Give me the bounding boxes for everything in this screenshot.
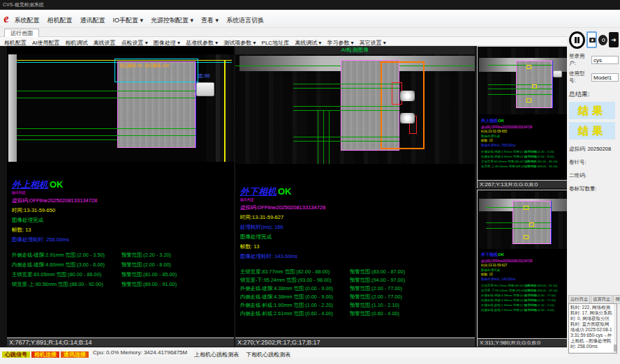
- camera-capture-button[interactable]: [586, 31, 597, 48]
- status-links: 上相机心跳检测表下相机心跳检测表: [187, 347, 290, 359]
- toolbar-item[interactable]: 基准线参数 ▾: [186, 40, 218, 46]
- done-line: 图像处理完成: [12, 217, 232, 224]
- thumbnail-panel-bottom: 外下相机OK 虚拟码:OFFline20250208133134728 时间:1…: [477, 190, 567, 347]
- elapsed-line: 图像处理耗时: 143.00ms: [240, 253, 473, 260]
- camera-panel-outer-upper: 固定阈值:93, 动态阈值:100 图:66 外上相机OK 输出判定 虚拟码:O…: [7, 46, 234, 347]
- measurement-row: 主锁宽度:83.05mm 范围:(80.00 - 86.00)预警范围:(81.…: [481, 160, 566, 165]
- status-badge: 心跳信号: [2, 351, 30, 358]
- toolbar-item[interactable]: 其它设置 ▾: [360, 40, 386, 46]
- measure-line: [486, 222, 551, 223]
- sidebar-field: 卷标写数量:: [569, 185, 619, 192]
- app-logo-icon: e: [3, 11, 10, 26]
- camera-lens-icon: [591, 39, 593, 41]
- measure-warn-range: 预警范围:(83.00 - 87.00): [524, 284, 566, 289]
- toolbar-item[interactable]: 图像处理 ▾: [154, 40, 180, 46]
- toolbar-item[interactable]: 相机配置: [4, 40, 27, 46]
- measurement-list: 主锁宽度:83.77mm 范围:(82.00 - 88.00)预警范围:(83.…: [481, 284, 566, 313]
- measure-warn-range: 预警范围:(83.00 - 87.00): [350, 268, 473, 277]
- measure-line: [195, 61, 196, 148]
- toolbar-item[interactable]: 点检设置 ▾: [121, 40, 148, 46]
- marker-box: [524, 206, 529, 210]
- pixel-coordinate-bar: X:267;Y:13;R:0;G:0;B:0: [478, 180, 567, 188]
- field-label: 二维码:: [569, 172, 586, 179]
- menu-item[interactable]: 通讯配置: [80, 17, 105, 24]
- status-badge: 相机连接: [31, 351, 59, 358]
- status-badges: 心跳信号相机连接通讯连接: [2, 347, 90, 359]
- time-line: 时间:13-31-59-627: [240, 214, 473, 221]
- measurement-row: 内侧走线-缝隙:4.60mm 范围:(3.00 - 6.00)预警范围:(2.0…: [12, 261, 232, 271]
- field-label: 卷标写数量:: [569, 185, 597, 192]
- measure-line: [488, 84, 552, 85]
- model-row: 使用型号: Model1: [569, 70, 619, 84]
- menu-item[interactable]: 光源控制配置 ▾: [151, 17, 193, 24]
- measure-line: [552, 61, 553, 108]
- menu-item[interactable]: 系统配置: [15, 17, 40, 24]
- menu-bar: e 系统配置相机配置通讯配置IO手配置 ▾光源控制配置 ▾查看 ▾系统语言切换: [0, 10, 620, 28]
- measure-line: [318, 110, 318, 164]
- menu-items: 系统配置相机配置通讯配置IO手配置 ▾光源控制配置 ▾查看 ▾系统语言切换: [15, 13, 272, 25]
- measure-line: [17, 98, 195, 98]
- highlight-blob: [400, 91, 415, 101]
- frame-line: 帧数: 13: [481, 139, 566, 142]
- camera-image-outer-lower[interactable]: [235, 54, 475, 164]
- heartbeat-check-link[interactable]: 上相机心跳检测表: [194, 351, 239, 358]
- background-stripes: [206, 54, 234, 162]
- camera-round-button[interactable]: [598, 35, 607, 45]
- done-line: 图像处理完成: [481, 135, 566, 138]
- measure-value: 外侧走线-缝隙:4.38mm 范围:(0.00 - 9.00): [240, 285, 350, 294]
- camera-image-outer-upper[interactable]: 固定阈值:93, 动态阈值:100 图:66: [7, 54, 234, 162]
- measure-warn-range: 预警范围:(81.00 - 85.00): [121, 271, 232, 281]
- thumbnail-text-bottom: 外下相机OK 虚拟码:OFFline20250208133134728 时间:1…: [481, 252, 566, 313]
- camera-result: OK: [50, 179, 64, 190]
- measure-value: 外侧走线-斜线:1.90mm 范围:(1.00 - 2.20): [240, 302, 350, 310]
- menu-item[interactable]: 相机配置: [47, 17, 73, 24]
- camera-result-title: 外上相机OK: [481, 118, 566, 124]
- pixel-coordinate-bar: X:311;Y:980;R:0;G:0;B:0: [478, 338, 567, 347]
- field-label: 卷针号:: [569, 159, 586, 165]
- measure-warn-range: 预警范围:(94.00 - 97.00): [350, 277, 473, 285]
- toolbar-item[interactable]: AI使用配置: [32, 40, 60, 46]
- pause-button[interactable]: [569, 31, 585, 49]
- field-value: 20250208: [588, 146, 611, 152]
- exit-arrow-icon: ➜: [611, 36, 617, 43]
- marker-box: [524, 235, 529, 239]
- menu-item[interactable]: 查看 ▾: [201, 17, 219, 24]
- toolbar-item[interactable]: 离线设置: [94, 40, 116, 46]
- login-user-label: 登录用户:: [569, 53, 591, 67]
- measure-line: [329, 110, 330, 164]
- heartbeat-check-link[interactable]: 下相机心跳检测表: [246, 351, 290, 358]
- thumbnail-image-top[interactable]: [478, 48, 567, 114]
- measure-value: 内侧走线-缝隙:4.60mm 范围:(3.00 - 6.00): [12, 261, 121, 271]
- thumbnail-image-bottom[interactable]: [478, 192, 567, 249]
- model-input[interactable]: Model1: [591, 73, 619, 82]
- measure-value: 外侧走线-缝隙:2.91mm 范围:(2.00 - 3.50): [12, 252, 121, 261]
- measure-warn-range: 预警范围:(2.00 - 8.00): [121, 261, 232, 271]
- frame-line: 帧数: 13: [481, 273, 566, 276]
- toolbar-item[interactable]: 测试项参数 ▾: [223, 40, 256, 46]
- camera-result: OK: [498, 252, 504, 257]
- measure-line: [17, 91, 195, 91]
- toolbar-item[interactable]: 离线调试 ▾: [295, 40, 321, 46]
- measure-line: [293, 84, 399, 84]
- measure-value: 内侧走线-斜线:2.61mm 范围:(0.60 - 4.00): [481, 308, 524, 313]
- sidebar-field: 二维码:: [569, 172, 619, 179]
- measure-value: 锁宽度-上:90.56mm 范围:(88.00 - 92.00): [12, 281, 121, 291]
- toolbar-item[interactable]: 相机调试: [66, 40, 88, 46]
- menu-item[interactable]: IO手配置 ▾: [113, 17, 144, 24]
- measurement-row: 外侧走线-斜线:1.90mm 范围:(1.00 - 2.20)预警范围:(1.1…: [240, 302, 473, 310]
- menu-item[interactable]: 系统语言切换: [226, 17, 264, 24]
- log-scrollbar[interactable]: [614, 304, 617, 353]
- measurement-row: 主锁宽度:83.77mm 范围:(82.00 - 88.00)预警范围:(83.…: [240, 268, 473, 277]
- log-output[interactable]: 耗时: 222, 网络检测耗时: 17, 网络分系耗时: 0, 网络获取分区耗时…: [568, 303, 617, 354]
- measurement-row: 内侧走线-缝隙:4.60mm 范围:(3.00 - 6.00)预警范围:(2.0…: [481, 155, 566, 160]
- time-line: 时间:13-31-59-650: [12, 207, 232, 214]
- result-text-outer-upper: 外上相机OK 输出判定 虚拟码:OFFline20250208133134728…: [12, 179, 232, 291]
- login-user-input[interactable]: cys: [591, 56, 619, 64]
- elapsed-line: 图像处理耗时: 143.00ms: [481, 278, 566, 281]
- toolbar-item[interactable]: 学习参数 ▾: [327, 40, 353, 46]
- barcode-line: 虚拟码:OFFline20250208133134728: [240, 204, 473, 211]
- scrollbar-thumb[interactable]: [614, 344, 617, 351]
- toolbar-item[interactable]: PLC地址库: [262, 40, 290, 46]
- exit-button[interactable]: ➜: [609, 32, 619, 47]
- measure-line: [17, 139, 117, 140]
